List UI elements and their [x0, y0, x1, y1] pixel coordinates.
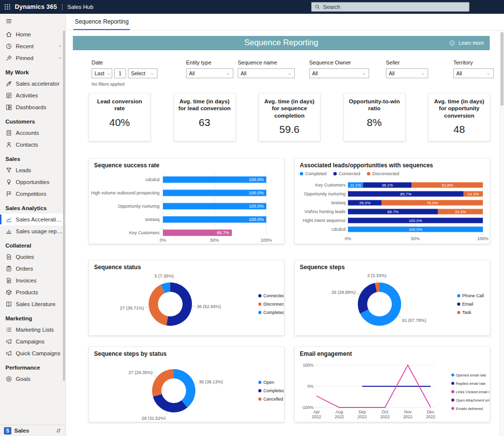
- funnel-icon: [5, 167, 12, 174]
- sidebar-item-label: Competitors: [16, 191, 46, 197]
- box-icon: [5, 289, 12, 296]
- sidebar-item-opportunities[interactable]: Opportunities: [0, 176, 65, 188]
- status-chart[interactable]: 36 (52.94%)27 (39.71%)5 (7.35%)Connected…: [89, 272, 284, 333]
- svg-text:Key Customers: Key Customers: [129, 230, 159, 235]
- svg-text:100%: 100%: [477, 236, 488, 241]
- svg-text:-100%: -100%: [301, 405, 314, 410]
- info-icon[interactable]: [449, 40, 455, 46]
- dropdown-value: All: [312, 70, 318, 76]
- sidebar-item-sales-accelerator[interactable]: Sales accelerator: [0, 78, 65, 90]
- date-range-type-dropdown[interactable]: Last: [92, 68, 112, 78]
- svg-text:100%: 100%: [303, 363, 314, 368]
- sidebar-item-label: Home: [16, 31, 31, 37]
- sidebar-item-invoices[interactable]: Invoices: [0, 275, 65, 286]
- sidebar-item-contacts[interactable]: Contacts: [0, 139, 65, 151]
- waffle-menu-button[interactable]: [0, 0, 15, 14]
- sidebar-item-home[interactable]: Home: [0, 29, 65, 40]
- sidebar-item-marketing-lists[interactable]: Marketing Lists: [0, 324, 65, 336]
- svg-text:Disconnected: Disconnected: [263, 302, 284, 307]
- filter-label: Entity type: [186, 60, 233, 65]
- seller-dropdown[interactable]: All: [386, 68, 428, 78]
- date-range-value-input[interactable]: 1: [114, 68, 126, 78]
- area-switcher[interactable]: S Sales: [0, 425, 65, 436]
- sidebar-item-orders[interactable]: Orders: [0, 263, 65, 275]
- steps_by_status-chart[interactable]: 36 (39.13%)29 (31.52%)27 (29.35%)OpenCom…: [89, 358, 284, 420]
- date-range-unit-dropdown[interactable]: Select: [128, 68, 158, 78]
- svg-text:50%: 50%: [411, 236, 420, 241]
- pin-icon: [5, 55, 12, 62]
- bulb-icon: [5, 179, 12, 186]
- svg-text:Sep: Sep: [358, 409, 366, 414]
- global-search[interactable]: [311, 2, 470, 12]
- filter-sequence-name: Sequence nameAll: [238, 60, 295, 78]
- success_rate-chart[interactable]: 0%50%100%cdcdcd100.0%High volume outboun…: [89, 170, 284, 242]
- sidebar-item-label: Campaigns: [16, 339, 44, 344]
- svg-text:100.0%: 100.0%: [249, 190, 264, 195]
- svg-text:cdcdcd: cdcdcd: [145, 177, 159, 182]
- sequence-name-dropdown[interactable]: All: [238, 68, 295, 78]
- sidebar-item-activities[interactable]: Activities: [0, 90, 65, 101]
- svg-text:testseq: testseq: [145, 217, 159, 222]
- megaphone-icon: [5, 350, 12, 357]
- chevron-down-icon: [362, 71, 366, 76]
- sidebar-item-quotes[interactable]: Quotes: [0, 251, 65, 263]
- svg-text:75.0%: 75.0%: [427, 201, 438, 205]
- app-window: Dynamics 365 Sales Hub HomeRecentPinnedM…: [0, 0, 504, 436]
- app-name[interactable]: Sales Hub: [67, 4, 94, 10]
- sidebar-item-sales-usage-reports[interactable]: Sales usage reports: [0, 225, 65, 237]
- sidebar-item-dashboards[interactable]: Dashboards: [0, 101, 65, 113]
- sidebar-item-products[interactable]: Products: [0, 286, 65, 298]
- main-scrollbar[interactable]: [500, 31, 504, 436]
- sidebar-item-recent[interactable]: Recent: [0, 40, 65, 52]
- svg-text:25.0%: 25.0%: [359, 201, 371, 205]
- sidebar-item-label: Contacts: [16, 142, 38, 148]
- chart-bar-icon: [5, 228, 12, 235]
- svg-text:100.0%: 100.0%: [409, 218, 422, 223]
- steps-chart[interactable]: 61 (67.78%)26 (28.89%)3 (3.33%)Phone Cal…: [295, 272, 490, 333]
- svg-text:Connected: Connected: [339, 171, 360, 176]
- sidebar-item-competitors[interactable]: Competitors: [0, 188, 65, 200]
- svg-text:Emails delivered: Emails delivered: [456, 406, 483, 411]
- sequence-owner-dropdown[interactable]: All: [309, 68, 369, 78]
- sidebar-collapse-button[interactable]: [0, 14, 65, 29]
- sidebar-item-accounts[interactable]: Accounts: [0, 127, 65, 139]
- kpi-row: Lead conversion rate40%Avg. time (in day…: [89, 93, 490, 141]
- sidebar-section-marketing: Marketing: [0, 310, 65, 324]
- sidebar-item-pinned[interactable]: Pinned: [0, 52, 65, 64]
- svg-text:11.1%: 11.1%: [350, 183, 361, 187]
- sidebar-item-label: Pinned: [16, 55, 33, 61]
- sidebar-item-sales-acceleration[interactable]: Sales Acceleration…: [0, 214, 65, 225]
- kpi-value: 40%: [92, 117, 147, 128]
- svg-text:Completed: Completed: [263, 388, 284, 393]
- sidebar-item-sales-literature[interactable]: Sales Literature: [0, 298, 65, 310]
- sidebar-scrollbar[interactable]: [63, 31, 65, 381]
- kpi-value: 48: [432, 124, 487, 135]
- person-icon: [5, 141, 12, 148]
- territory-dropdown[interactable]: All: [453, 68, 494, 78]
- sidebar-item-campaigns[interactable]: Campaigns: [0, 336, 65, 347]
- book-icon: [5, 301, 12, 308]
- svg-text:Opportunity nurturing: Opportunity nurturing: [118, 204, 159, 209]
- home-icon: [5, 31, 12, 38]
- svg-text:Opportunity nurturing: Opportunity nurturing: [304, 191, 346, 196]
- tab-bar: Sequence Reporting: [66, 14, 504, 31]
- report-title: Sequence Reporting: [73, 38, 490, 47]
- entity-type-dropdown[interactable]: All: [186, 68, 233, 78]
- sidebar-item-label: Products: [16, 289, 38, 295]
- sidebar-item-quick-campaigns[interactable]: Quick Campaigns: [0, 347, 65, 359]
- main-scrollbar-thumb[interactable]: [501, 32, 504, 106]
- email-chart[interactable]: 100%0%-100%Apr2022Aug2022Sep2022Oct2022N…: [295, 358, 490, 420]
- associated-chart[interactable]: CompletedConnectedDisconnected0%50%100%K…: [295, 170, 490, 242]
- svg-text:27 (39.71%): 27 (39.71%): [120, 306, 144, 311]
- tab-sequence-reporting[interactable]: Sequence Reporting: [73, 14, 130, 30]
- sidebar-item-label: Leads: [16, 167, 31, 173]
- filters-applied-note: No filters applied: [92, 82, 158, 87]
- search-input[interactable]: [323, 4, 466, 10]
- learn-more-link[interactable]: Learn more: [459, 40, 484, 46]
- filter-territory: TerritoryAll: [453, 60, 494, 78]
- sidebar-item-leads[interactable]: Leads: [0, 164, 65, 176]
- app-brand[interactable]: Dynamics 365: [15, 3, 57, 10]
- chevron-down-icon: [106, 71, 111, 76]
- sidebar-item-goals[interactable]: Goals: [0, 373, 65, 385]
- card-steps: Sequence steps61 (67.78%)26 (28.89%)3 (3…: [294, 260, 490, 336]
